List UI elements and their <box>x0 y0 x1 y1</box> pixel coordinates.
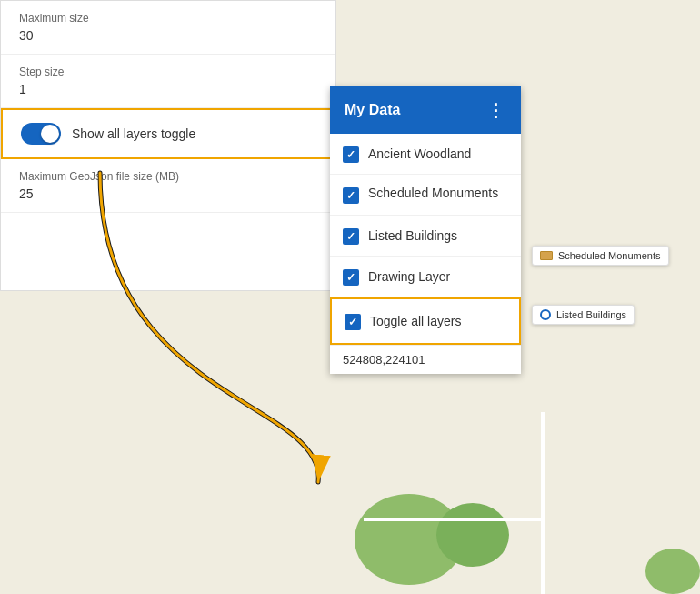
layer-scheduled-monuments[interactable]: Scheduled Monuments <box>330 175 521 216</box>
maximum-size-value: 30 <box>19 28 317 43</box>
show-all-layers-toggle-row[interactable]: Show all layers toggle <box>1 108 335 159</box>
ancient-woodland-checkbox[interactable] <box>343 146 359 163</box>
maximum-size-label: Maximum size <box>19 12 317 25</box>
road <box>541 412 545 594</box>
layer-drawing-layer[interactable]: Drawing Layer <box>330 257 521 297</box>
ancient-woodland-label: Ancient Woodland <box>368 146 471 161</box>
toggle-all-checkbox[interactable] <box>345 314 361 330</box>
show-all-layers-label: Show all layers toggle <box>72 126 195 141</box>
legend-scheduled-monuments: Scheduled Monuments <box>532 246 669 266</box>
coordinates-bar: 524808,224101 <box>330 345 521 374</box>
max-geojson-label: Maximum GeoJson file size (MB) <box>19 170 317 183</box>
legend-label-listed-buildings: Listed Buildings <box>556 309 626 320</box>
drawing-layer-checkbox[interactable] <box>343 269 359 286</box>
step-size-value: 1 <box>19 82 317 96</box>
scheduled-monuments-checkbox[interactable] <box>343 187 359 204</box>
my-data-menu-button[interactable]: ⋮ <box>486 99 506 121</box>
coordinates-value: 524808,224101 <box>343 353 425 367</box>
maximum-size-row: Maximum size 30 <box>1 1 335 55</box>
scheduled-monuments-label: Scheduled Monuments <box>368 186 498 200</box>
legend-label-scheduled-monuments: Scheduled Monuments <box>558 250 661 261</box>
legend-listed-buildings: Listed Buildings <box>532 305 635 325</box>
legend-swatch-listed-buildings <box>540 309 551 320</box>
layer-listed-buildings[interactable]: Listed Buildings <box>330 216 521 257</box>
max-geojson-row: Maximum GeoJson file size (MB) 25 <box>1 159 335 213</box>
my-data-panel: My Data ⋮ Ancient Woodland Scheduled Mon… <box>330 86 521 374</box>
listed-buildings-checkbox[interactable] <box>343 228 359 245</box>
max-geojson-value: 25 <box>19 186 317 201</box>
show-all-layers-toggle[interactable] <box>21 123 61 145</box>
map-green-area <box>436 503 509 567</box>
toggle-all-label: Toggle all layers <box>370 314 461 328</box>
toggle-all-layers-row[interactable]: Toggle all layers <box>330 297 521 345</box>
layer-ancient-woodland[interactable]: Ancient Woodland <box>330 134 521 175</box>
road <box>364 518 545 521</box>
my-data-header: My Data ⋮ <box>330 86 521 134</box>
drawing-layer-label: Drawing Layer <box>368 269 450 284</box>
step-size-label: Step size <box>19 65 317 78</box>
step-size-row: Step size 1 <box>1 55 335 108</box>
legend-swatch-scheduled-monuments <box>540 251 553 260</box>
my-data-title: My Data <box>345 102 400 118</box>
toggle-thumb <box>41 125 59 143</box>
settings-panel: Maximum size 30 Step size 1 Show all lay… <box>0 0 336 291</box>
map-green-area <box>645 549 700 594</box>
listed-buildings-label: Listed Buildings <box>368 228 457 243</box>
